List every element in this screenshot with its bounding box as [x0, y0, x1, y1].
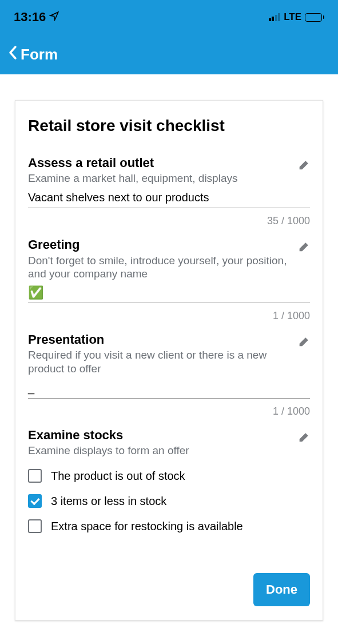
eraser-icon[interactable] [297, 241, 310, 256]
form-card: Retail store visit checklist Assess a re… [15, 100, 323, 621]
section-title: Presentation [28, 332, 292, 347]
battery-icon [305, 13, 324, 22]
section-stocks: Examine stocks Examine displays to form … [28, 428, 310, 533]
location-icon [49, 10, 59, 25]
checkbox-icon [28, 519, 42, 533]
eraser-icon[interactable] [297, 336, 310, 351]
checkbox-icon [28, 469, 42, 483]
stock-option-label: Extra space for restocking is available [51, 520, 243, 533]
eraser-icon[interactable] [297, 431, 310, 446]
char-counter: 1 / 1000 [28, 310, 310, 322]
stock-option-label: 3 items or less in stock [51, 495, 166, 508]
char-counter: 1 / 1000 [28, 406, 310, 418]
eraser-icon[interactable] [297, 159, 310, 174]
card-title: Retail store visit checklist [28, 117, 310, 135]
section-title: Assess a retail outlet [28, 156, 292, 170]
stock-option-2[interactable]: Extra space for restocking is available [28, 519, 310, 533]
text-input[interactable]: ✅ [28, 283, 310, 303]
back-button[interactable]: Form [8, 45, 58, 64]
signal-icon [269, 13, 281, 21]
section-subtitle: Examine a market hall, equipment, displa… [28, 172, 292, 185]
nav-title: Form [21, 46, 58, 63]
char-counter: 35 / 1000 [28, 215, 310, 227]
status-bar: 13:16 LTE [0, 0, 338, 34]
stock-option-label: The product is out of stock [51, 470, 185, 483]
status-left: 13:16 [14, 10, 59, 25]
checkbox-icon [28, 494, 42, 508]
text-input[interactable]: _ [28, 378, 310, 399]
stock-option-1[interactable]: 3 items or less in stock [28, 494, 310, 508]
chevron-left-icon [8, 45, 17, 64]
section-presentation: Presentation Required if you visit a new… [28, 332, 310, 418]
status-time: 13:16 [14, 10, 46, 25]
stock-option-0[interactable]: The product is out of stock [28, 469, 310, 483]
section-subtitle: Examine displays to form an offer [28, 444, 292, 458]
section-subtitle: Required if you visit a new client or th… [28, 348, 292, 376]
section-assess: Assess a retail outlet Examine a market … [28, 156, 310, 227]
network-label: LTE [284, 11, 301, 23]
status-right: LTE [269, 11, 324, 23]
done-button[interactable]: Done [253, 573, 310, 606]
nav-bar: Form [0, 34, 338, 74]
section-title: Examine stocks [28, 428, 292, 443]
text-input[interactable]: Vacant shelves next to our products [28, 188, 310, 208]
section-greeting: Greeting Don't forget to smile, introduc… [28, 237, 310, 322]
section-title: Greeting [28, 237, 292, 252]
section-subtitle: Don't forget to smile, introduce yoursel… [28, 254, 292, 281]
